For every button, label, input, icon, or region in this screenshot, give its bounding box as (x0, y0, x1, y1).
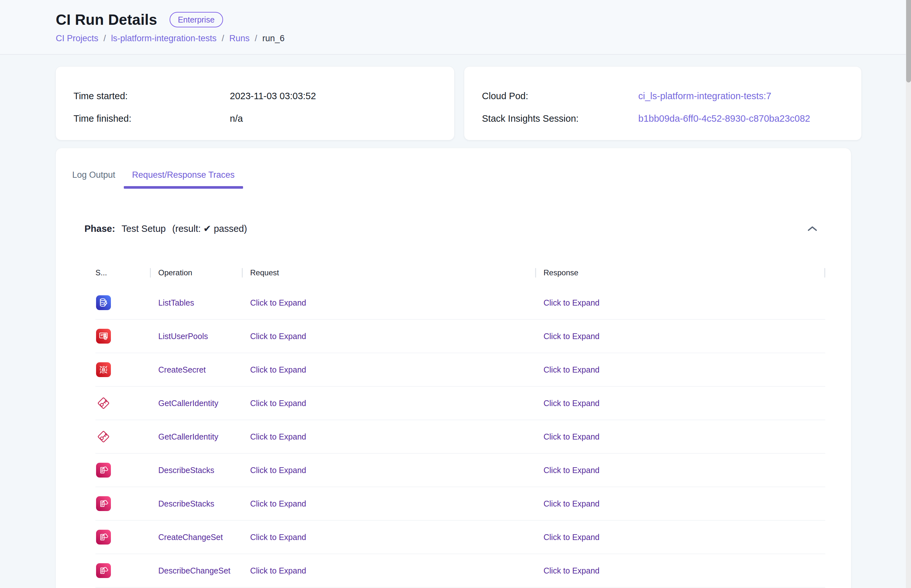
stack-insights-link[interactable]: b1bb09da-6ff0-4c52-8930-c870ba23c082 (638, 113, 810, 124)
tab-request-response-traces[interactable]: Request/Response Traces (124, 163, 243, 189)
cloudformation-icon (96, 463, 111, 478)
request-expand-link[interactable]: Click to Expand (250, 466, 306, 475)
response-expand-link[interactable]: Click to Expand (543, 499, 600, 509)
table-row: ListUserPoolsClick to ExpandClick to Exp… (96, 320, 825, 353)
run-links-card: Cloud Pod: ci_ls-platform-integration-te… (464, 67, 861, 140)
table-row: DescribeChangeSetClick to ExpandClick to… (96, 554, 825, 588)
collapse-phase-button[interactable] (805, 221, 820, 236)
operation-link[interactable]: CreateChangeSet (158, 533, 223, 542)
operation-cell: GetCallerIdentity (150, 399, 242, 408)
trace-table: S... Operation Request Response ListTabl… (96, 262, 825, 588)
response-expand-link[interactable]: Click to Expand (543, 298, 600, 307)
service-cell (96, 329, 150, 344)
column-header-operation: Operation (150, 262, 242, 283)
operation-cell: DescribeStacks (150, 499, 242, 509)
cloud-pod-label: Cloud Pod: (482, 91, 638, 102)
response-expand-link[interactable]: Click to Expand (543, 466, 600, 475)
operation-link[interactable]: CreateSecret (158, 365, 206, 375)
table-row: DescribeStacksClick to ExpandClick to Ex… (96, 454, 825, 487)
request-cell: Click to Expand (242, 365, 535, 375)
request-expand-link[interactable]: Click to Expand (250, 533, 306, 542)
response-cell: Click to Expand (535, 499, 825, 509)
service-cell (96, 463, 150, 478)
scrollbar-track[interactable] (906, 0, 911, 588)
title-row: CI Run Details Enterprise (56, 11, 911, 28)
operation-cell: ListTables (150, 298, 242, 307)
breadcrumb-separator: / (254, 34, 257, 44)
response-expand-link[interactable]: Click to Expand (543, 432, 600, 441)
request-cell: Click to Expand (242, 298, 535, 307)
request-cell: Click to Expand (242, 566, 535, 575)
table-row: DescribeStacksClick to ExpandClick to Ex… (96, 487, 825, 521)
request-expand-link[interactable]: Click to Expand (250, 365, 306, 375)
time-started-label: Time started: (73, 91, 230, 102)
service-cell (96, 295, 150, 310)
scrollbar-thumb[interactable] (906, 0, 911, 82)
request-cell: Click to Expand (242, 399, 535, 408)
table-row: GetCallerIdentityClick to ExpandClick to… (96, 420, 825, 454)
request-expand-link[interactable]: Click to Expand (250, 566, 306, 575)
phase-label: Phase: (84, 223, 115, 234)
request-expand-link[interactable]: Click to Expand (250, 499, 306, 509)
trace-table-body: ListTablesClick to ExpandClick to Expand… (96, 286, 825, 588)
operation-link[interactable]: ListUserPools (158, 332, 208, 341)
column-divider[interactable] (535, 268, 536, 278)
response-expand-link[interactable]: Click to Expand (543, 365, 600, 375)
request-cell: Click to Expand (242, 466, 535, 475)
operation-link[interactable]: DescribeStacks (158, 466, 214, 475)
breadcrumb-item-current-run: run_6 (263, 34, 285, 44)
time-finished-row: Time finished: n/a (73, 107, 454, 130)
operation-link[interactable]: DescribeStacks (158, 499, 214, 509)
operation-link[interactable]: ListTables (158, 298, 194, 307)
table-row: ListTablesClick to ExpandClick to Expand (96, 286, 825, 320)
request-cell: Click to Expand (242, 533, 535, 542)
column-divider[interactable] (824, 268, 825, 278)
stack-insights-label: Stack Insights Session: (482, 113, 638, 124)
breadcrumb-separator: / (104, 34, 106, 44)
request-expand-link[interactable]: Click to Expand (250, 432, 306, 441)
cloudformation-icon (96, 496, 111, 511)
page-title: CI Run Details (56, 11, 157, 28)
request-cell: Click to Expand (242, 499, 535, 509)
operation-link[interactable]: GetCallerIdentity (158, 432, 218, 441)
response-expand-link[interactable]: Click to Expand (543, 332, 600, 341)
response-expand-link[interactable]: Click to Expand (543, 566, 600, 575)
breadcrumb-item-ci-projects[interactable]: CI Projects (56, 34, 98, 44)
service-cell (96, 496, 150, 511)
time-finished-value: n/a (230, 113, 243, 124)
response-cell: Click to Expand (535, 399, 825, 408)
request-expand-link[interactable]: Click to Expand (250, 298, 306, 307)
operation-link[interactable]: GetCallerIdentity (158, 399, 218, 408)
service-cell (96, 530, 150, 544)
column-header-response: Response (535, 262, 825, 283)
response-cell: Click to Expand (535, 566, 825, 575)
service-cell (96, 362, 150, 377)
column-header-request: Request (242, 262, 535, 283)
time-started-value: 2023-11-03 03:03:52 (230, 91, 316, 102)
breadcrumb-item-project[interactable]: ls-platform-integration-tests (111, 34, 217, 44)
tab-log-output[interactable]: Log Output (64, 163, 124, 189)
column-divider[interactable] (242, 268, 243, 278)
request-expand-link[interactable]: Click to Expand (250, 399, 306, 408)
chevron-up-icon (807, 226, 817, 231)
cloudformation-icon (96, 530, 111, 544)
sts-icon (96, 429, 111, 444)
request-expand-link[interactable]: Click to Expand (250, 332, 306, 341)
phase-header: Phase: Test Setup (result: ✔ passed) (56, 216, 851, 242)
response-expand-link[interactable]: Click to Expand (543, 533, 600, 542)
breadcrumb-item-runs[interactable]: Runs (229, 34, 250, 44)
request-cell: Click to Expand (242, 332, 535, 341)
response-expand-link[interactable]: Click to Expand (543, 399, 600, 408)
cloud-pod-row: Cloud Pod: ci_ls-platform-integration-te… (482, 85, 861, 107)
enterprise-badge: Enterprise (170, 12, 223, 27)
column-divider[interactable] (150, 268, 151, 278)
response-cell: Click to Expand (535, 466, 825, 475)
cloudformation-icon (96, 563, 111, 578)
operation-link[interactable]: DescribeChangeSet (158, 566, 230, 575)
page-header: CI Run Details Enterprise CI Projects / … (0, 0, 911, 55)
sts-icon (96, 396, 111, 410)
service-cell (96, 396, 150, 410)
secretsmanager-icon (96, 362, 111, 377)
cloud-pod-link[interactable]: ci_ls-platform-integration-tests:7 (638, 91, 772, 102)
trace-table-header: S... Operation Request Response (96, 262, 825, 283)
